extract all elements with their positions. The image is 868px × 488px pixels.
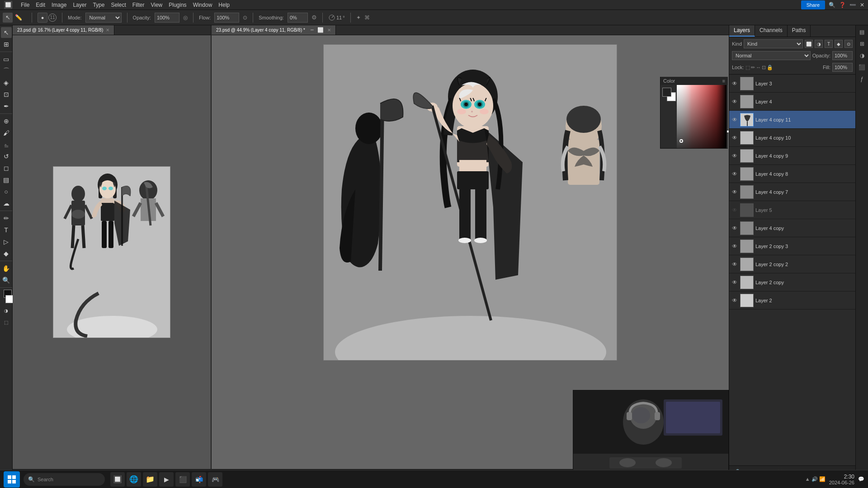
lock-position-icon[interactable]: ↔ <box>756 65 761 70</box>
menu-item-select[interactable]: Select <box>111 2 126 8</box>
left-doc-tab[interactable]: 23.psd @ 16.7% (Layer 4 copy 11, RGB/8) … <box>13 25 114 35</box>
spot-heal-tool[interactable]: ⊕ <box>1 116 12 127</box>
lock-image-icon[interactable]: ✏ <box>751 65 755 70</box>
layer-item[interactable]: 👁 Layer 2 <box>729 291 855 310</box>
blur-tool[interactable]: ○ <box>1 186 12 197</box>
brush-tool-sidebar[interactable]: 🖌 <box>1 127 12 138</box>
menu-item-image[interactable]: Image <box>52 2 66 8</box>
dodge-tool[interactable]: ☁ <box>1 198 12 209</box>
layers-panel-icon[interactable]: ▤ <box>857 27 867 37</box>
zoom-tool[interactable]: 🔍 <box>1 275 12 286</box>
shape-tool[interactable]: ◆ <box>1 248 12 259</box>
pen-tool[interactable]: ✏ <box>1 213 12 224</box>
layer-visibility-toggle[interactable]: 👁 <box>731 98 738 105</box>
taskbar-app2-icon[interactable]: ⬛ <box>175 472 190 487</box>
layer-item[interactable]: 👁 Layer 2 copy 3 <box>729 237 855 255</box>
layer-visibility-toggle[interactable]: 👁 <box>731 206 738 214</box>
object-select[interactable]: ◈ <box>1 77 12 88</box>
menu-item-window[interactable]: Window <box>193 2 212 8</box>
clock[interactable]: 2:30 2024-06-26 <box>829 474 854 485</box>
menu-item-view[interactable]: View <box>151 2 162 8</box>
layer-item[interactable]: 👁 Layer 4 copy 10 <box>729 129 855 147</box>
background-color[interactable] <box>5 295 14 303</box>
layer-item[interactable]: 👁 Layer 2 copy <box>729 273 855 291</box>
layer-item-active[interactable]: 👁 Layer 4 copy 11 <box>729 111 855 129</box>
taskbar-app3-icon[interactable]: 📬 <box>192 472 206 487</box>
layer-item[interactable]: 👁 Layer 5 <box>729 201 855 219</box>
close-icon[interactable]: ✕ <box>860 2 864 8</box>
crop-tool[interactable]: ⊡ <box>1 89 12 100</box>
filter-pixel-btn[interactable]: ⬜ <box>805 40 813 48</box>
text-tool[interactable]: T <box>1 225 12 235</box>
share-button[interactable]: Share <box>801 0 825 9</box>
layer-item[interactable]: 👁 Layer 2 copy 2 <box>729 255 855 273</box>
layer-visibility-toggle[interactable]: 👁 <box>731 116 738 123</box>
color-gradient-picker[interactable] <box>677 85 726 148</box>
windows-search[interactable]: 🔍 Search <box>24 473 105 486</box>
move-tool[interactable]: ↖ <box>3 13 13 23</box>
color-panel-menu-icon[interactable]: ≡ <box>722 78 725 84</box>
flow-input[interactable] <box>214 13 239 23</box>
rectangular-marquee[interactable]: ▭ <box>1 54 12 65</box>
layer-visibility-toggle[interactable]: 👁 <box>731 134 738 141</box>
taskbar-file-icon[interactable]: 📁 <box>143 472 157 487</box>
menu-item-edit[interactable]: Edit <box>36 2 45 8</box>
blend-mode-select[interactable]: Normal Multiply Screen Overlay <box>732 51 811 60</box>
hand-tool[interactable]: ✋ <box>1 263 12 274</box>
notification-icon[interactable]: 💬 <box>858 476 864 482</box>
mode-select[interactable]: Normal Multiply Screen <box>85 13 122 23</box>
layer-item[interactable]: 👁 Layer 4 copy 9 <box>729 147 855 165</box>
eyedropper-tool[interactable]: ✒ <box>1 101 12 112</box>
layer-item[interactable]: 👁 Layer 3 <box>729 75 855 93</box>
menu-item-layer[interactable]: Layer <box>73 2 86 8</box>
kind-select[interactable]: Kind <box>744 39 803 48</box>
taskbar-chrome-icon[interactable]: 🌐 <box>127 472 141 487</box>
clone-stamp[interactable]: ⎁ <box>1 139 12 150</box>
tab-paths[interactable]: Paths <box>788 25 811 37</box>
right-doc-tab[interactable]: 23.psd @ 44.9% (Layer 4 copy 11, RGB/8) … <box>212 25 336 35</box>
smoothing-input[interactable] <box>288 13 308 23</box>
taskbar-ps-icon[interactable]: 🔲 <box>110 472 125 487</box>
layers-opacity-input[interactable] <box>832 51 853 60</box>
menu-item-plugins[interactable]: Plugins <box>169 2 186 8</box>
minimize-icon[interactable]: ➖ <box>849 2 856 8</box>
filter-type-btn[interactable]: T <box>825 40 833 48</box>
right-tab-close[interactable]: ✕ <box>327 28 331 33</box>
move-tool-sidebar[interactable]: ↖ <box>1 27 12 38</box>
left-tab-close[interactable]: ✕ <box>106 28 109 33</box>
layer-visibility-toggle[interactable]: 👁 <box>731 170 738 178</box>
layer-item[interactable]: 👁 Layer 4 copy <box>729 219 855 237</box>
path-select[interactable]: ▷ <box>1 236 12 247</box>
menu-item-file[interactable]: File <box>21 2 29 8</box>
lock-artboard-icon[interactable]: ⊡ <box>762 65 766 70</box>
brush-tool[interactable]: ✏️ <box>14 13 24 23</box>
right-tab-minimize[interactable]: ━ <box>311 27 314 33</box>
artboard-tool[interactable]: ⊞ <box>1 39 12 50</box>
layer-visibility-toggle[interactable]: 👁 <box>731 243 738 250</box>
layer-visibility-toggle[interactable]: 👁 <box>731 279 738 286</box>
right-tab-restore[interactable]: ⬜ <box>317 27 324 33</box>
layer-visibility-toggle[interactable]: 👁 <box>731 188 738 196</box>
history-brush[interactable]: ↺ <box>1 151 12 162</box>
lock-transparent-icon[interactable]: ⬚ <box>745 65 750 70</box>
layer-visibility-toggle[interactable]: 👁 <box>731 225 738 232</box>
filter-shape-btn[interactable]: ◆ <box>835 40 843 48</box>
menu-item-help[interactable]: Help <box>218 2 230 8</box>
tab-channels[interactable]: Channels <box>755 25 788 37</box>
fill-input[interactable] <box>832 63 853 72</box>
gradient-tool[interactable]: ▤ <box>1 174 12 185</box>
adjustments-icon[interactable]: ◑ <box>857 51 867 61</box>
foreground-swatch[interactable] <box>662 88 671 97</box>
filter-smart-btn[interactable]: ⊙ <box>844 40 853 48</box>
left-canvas-viewport[interactable] <box>13 35 211 469</box>
layer-visibility-toggle[interactable]: 👁 <box>731 152 738 160</box>
search-icon[interactable]: 🔍 <box>829 2 835 8</box>
lasso-tool[interactable]: ⌒ <box>1 66 12 76</box>
menu-item-filter[interactable]: Filter <box>132 2 145 8</box>
brush-preset-btn[interactable]: ● <box>38 13 47 23</box>
settings-icon[interactable]: ⚙ <box>311 14 317 21</box>
menu-item-type[interactable]: Type <box>93 2 104 8</box>
quick-mask[interactable]: ◑ <box>1 305 12 316</box>
taskbar-app1-icon[interactable]: ▶ <box>159 472 174 487</box>
layer-item[interactable]: 👁 Layer 4 copy 8 <box>729 165 855 183</box>
